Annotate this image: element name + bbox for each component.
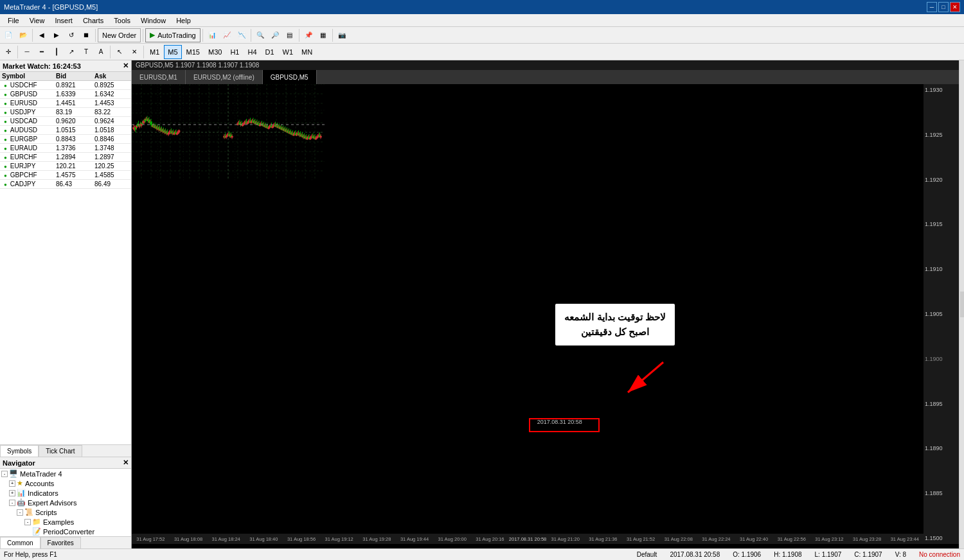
- time-16: 31 Aug 22:24: [697, 536, 735, 542]
- hline-button[interactable]: ━: [35, 45, 49, 59]
- market-watch-row[interactable]: ●AUDUSD 1.0515 1.0518: [0, 126, 131, 135]
- chart-line-button[interactable]: 📉: [235, 28, 249, 42]
- navigator-close-icon[interactable]: ✕: [123, 459, 129, 467]
- left-panel: Market Watch: 16:24:53 ✕ Symbol Bid Ask …: [0, 60, 132, 548]
- forward-button[interactable]: ▶: [49, 28, 64, 42]
- market-watch-close-icon[interactable]: ✕: [123, 62, 129, 70]
- nav-examples-label: Examples: [43, 518, 74, 526]
- nav-accounts[interactable]: + ★ Accounts: [8, 478, 131, 488]
- chart-tab-gbpusd-m5[interactable]: GBPUSD,M5: [263, 70, 317, 84]
- arrow-button[interactable]: ↗: [64, 45, 78, 59]
- stop-button[interactable]: ⏹: [79, 28, 93, 42]
- menu-charts[interactable]: Charts: [78, 15, 109, 26]
- select-button[interactable]: ↖: [112, 45, 127, 59]
- expand-icon-accounts: +: [9, 480, 15, 487]
- nav-period-converter-label: PeriodConverter: [43, 528, 94, 536]
- properties-button[interactable]: ▤: [283, 28, 297, 42]
- zoom-out-button[interactable]: 🔎: [268, 28, 282, 42]
- menu-window[interactable]: Window: [136, 15, 171, 26]
- new-file-button[interactable]: 📄: [1, 28, 15, 42]
- time-18: 31 Aug 22:56: [772, 536, 810, 542]
- line-button[interactable]: ─: [20, 45, 34, 59]
- period-h1[interactable]: H1: [226, 45, 243, 59]
- market-watch-row[interactable]: ●EURCHF 1.2894 1.2897: [0, 153, 131, 162]
- refresh-button[interactable]: ↺: [64, 28, 78, 42]
- chart-canvas[interactable]: لاحظ توقيت بداية الشمعه اصبح كل دقيقتين …: [132, 84, 959, 544]
- delete-button[interactable]: ✕: [127, 45, 141, 59]
- nav-expert-advisors[interactable]: - 🤖 Expert Advisors: [8, 498, 131, 507]
- chart-area[interactable]: GBPUSD,M5 1.1907 1.1908 1.1907 1.1908 EU…: [132, 60, 959, 548]
- close-button[interactable]: ✕: [950, 2, 960, 12]
- status-open: O: 1.1906: [733, 551, 761, 558]
- market-watch-row[interactable]: ●GBPUSD 1.6339 1.6342: [0, 90, 131, 99]
- expand-icon-ea: -: [9, 500, 15, 506]
- right-tab: [959, 60, 964, 548]
- market-watch-row[interactable]: ●GBPCHF 1.4575 1.4585: [0, 171, 131, 180]
- time-9: 31 Aug 20:00: [433, 536, 471, 542]
- tab-favorites[interactable]: Favorites: [40, 537, 81, 548]
- period-m1[interactable]: M1: [146, 45, 163, 59]
- nav-metatrader4[interactable]: - 🖥️ MetaTrader 4: [0, 469, 131, 478]
- market-watch-row[interactable]: ●EURJPY 120.21 120.25: [0, 162, 131, 171]
- chart-candle-button[interactable]: 📈: [220, 28, 234, 42]
- minimize-button[interactable]: ─: [927, 2, 937, 12]
- expand-icon: -: [1, 471, 8, 477]
- menu-file[interactable]: File: [3, 15, 24, 26]
- text-button[interactable]: T: [79, 45, 93, 59]
- nav-period-converter[interactable]: 📝 PeriodConverter: [23, 527, 131, 536]
- market-watch-row[interactable]: ●CADJPY 86.43 86.49: [0, 180, 131, 189]
- separator-3: [143, 29, 143, 42]
- market-watch-row[interactable]: ●USDJPY 83.19 83.22: [0, 108, 131, 117]
- indicators-button[interactable]: 📌: [301, 28, 316, 42]
- period-m30[interactable]: M30: [204, 45, 226, 59]
- period-h4[interactable]: H4: [244, 45, 260, 59]
- window-controls[interactable]: ─ □ ✕: [927, 2, 960, 12]
- period-d1[interactable]: D1: [262, 45, 278, 59]
- period-w1[interactable]: W1: [279, 45, 298, 59]
- back-button[interactable]: ◀: [35, 28, 49, 42]
- tab-tick-chart[interactable]: Tick Chart: [39, 445, 82, 457]
- col-symbol: Symbol: [0, 72, 54, 80]
- autotrading-button[interactable]: ▶ AutoTrading: [145, 28, 201, 42]
- menu-view[interactable]: View: [24, 15, 50, 26]
- tab-common[interactable]: Common: [0, 537, 40, 548]
- chart-tab-eurusd-m2[interactable]: EURUSD,M2 (offline): [186, 70, 263, 84]
- menu-tools[interactable]: Tools: [109, 15, 136, 26]
- market-watch-row[interactable]: ●USDCAD 0.9620 0.9624: [0, 117, 131, 126]
- market-watch-row[interactable]: ●EURAUD 1.3736 1.3748: [0, 144, 131, 153]
- period-m5[interactable]: M5: [164, 45, 181, 59]
- open-button[interactable]: 📂: [16, 28, 30, 42]
- period-mn[interactable]: MN: [298, 45, 316, 59]
- tpl-button[interactable]: ▦: [316, 28, 330, 42]
- svg-line-320: [628, 362, 663, 392]
- nav-examples[interactable]: - 📁 Examples: [23, 517, 131, 527]
- col-bid: Bid: [54, 72, 93, 80]
- menu-insert[interactable]: Insert: [49, 15, 78, 26]
- market-watch-row[interactable]: ●EURUSD 1.4451 1.4453: [0, 99, 131, 108]
- tab-symbols[interactable]: Symbols: [0, 445, 39, 457]
- crosshair-button[interactable]: ✛: [1, 45, 15, 59]
- screenshot-button[interactable]: 📷: [335, 28, 349, 42]
- status-server: Default: [637, 551, 657, 558]
- text2-button[interactable]: A: [94, 45, 108, 59]
- time-11: 2017.08.31 20:58: [509, 536, 547, 542]
- status-low: L: 1.1907: [815, 551, 842, 558]
- right-scroll[interactable]: [960, 292, 964, 317]
- menu-help[interactable]: Help: [171, 15, 196, 26]
- svg-rect-317: [320, 136, 322, 137]
- status-bar: For Help, press F1 Default 2017.08.31 20…: [0, 548, 964, 560]
- period-m15[interactable]: M15: [183, 45, 204, 59]
- maximize-button[interactable]: □: [938, 2, 949, 12]
- zoom-in-button[interactable]: 🔍: [253, 28, 267, 42]
- market-watch-row[interactable]: ●EURGBP 0.8843 0.8846: [0, 135, 131, 144]
- chart-title-bar: GBPUSD,M5 1.1907 1.1908 1.1907 1.1908: [132, 60, 959, 70]
- new-order-button[interactable]: New Order: [98, 28, 141, 42]
- vline-button[interactable]: ┃: [49, 45, 64, 59]
- nav-scripts[interactable]: - 📜 Scripts: [15, 507, 131, 517]
- chart-tab-eurusd-m1[interactable]: EURUSD,M1: [132, 70, 186, 84]
- market-watch-row[interactable]: ●USDCHF 0.8921 0.8925: [0, 81, 131, 90]
- chart-bar-button[interactable]: 📊: [205, 28, 219, 42]
- price-scale: 1.1930 1.1925 1.1920 1.1915 1.1910 1.190…: [924, 84, 959, 544]
- nav-indicators[interactable]: + 📊 Indicators: [8, 488, 131, 498]
- time-20: 31 Aug 23:28: [848, 536, 886, 542]
